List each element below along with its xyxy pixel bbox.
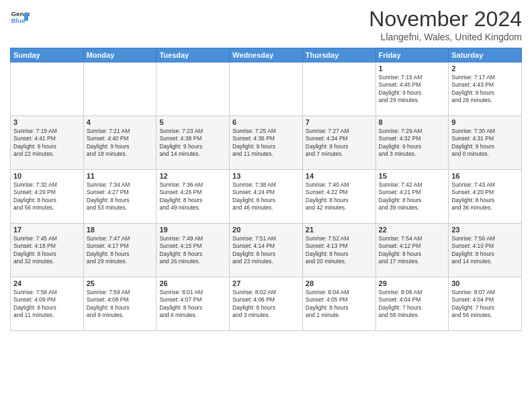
calendar-cell: 3Sunrise: 7:19 AMSunset: 4:41 PMDaylight… xyxy=(11,116,84,170)
day-info: Sunrise: 7:58 AMSunset: 4:09 PMDaylight:… xyxy=(13,289,81,320)
day-number: 15 xyxy=(379,172,446,180)
day-number: 3 xyxy=(13,118,81,126)
day-number: 7 xyxy=(306,118,373,126)
page-header: General Blue November 2024 Llangefni, Wa… xyxy=(10,7,522,42)
header-sunday: Sunday xyxy=(11,48,84,62)
day-info: Sunrise: 7:38 AMSunset: 4:24 PMDaylight:… xyxy=(232,181,300,212)
day-number: 5 xyxy=(159,118,226,126)
calendar-cell xyxy=(11,62,84,116)
calendar-cell: 23Sunrise: 7:56 AMSunset: 4:10 PMDayligh… xyxy=(449,224,522,277)
day-info: Sunrise: 7:45 AMSunset: 4:18 PMDaylight:… xyxy=(13,235,81,266)
header-wednesday: Wednesday xyxy=(230,48,303,62)
day-number: 6 xyxy=(232,118,300,126)
calendar-cell: 28Sunrise: 8:04 AMSunset: 4:05 PMDayligh… xyxy=(302,277,375,331)
day-number: 23 xyxy=(451,226,519,234)
day-number: 22 xyxy=(379,226,446,234)
svg-text:Blue: Blue xyxy=(11,17,26,24)
month-title: November 2024 xyxy=(369,7,522,32)
calendar-cell xyxy=(230,62,303,116)
day-number: 2 xyxy=(451,64,519,73)
day-info: Sunrise: 7:36 AMSunset: 4:26 PMDaylight:… xyxy=(159,181,226,212)
day-info: Sunrise: 8:06 AMSunset: 4:04 PMDaylight:… xyxy=(379,289,446,320)
day-number: 12 xyxy=(159,172,226,180)
calendar-week-5: 24Sunrise: 7:58 AMSunset: 4:09 PMDayligh… xyxy=(11,277,522,331)
calendar-cell: 26Sunrise: 8:01 AMSunset: 4:07 PMDayligh… xyxy=(157,277,230,331)
day-number: 8 xyxy=(379,118,446,126)
calendar-cell: 7Sunrise: 7:27 AMSunset: 4:34 PMDaylight… xyxy=(302,116,375,170)
calendar-header-row: Sunday Monday Tuesday Wednesday Thursday… xyxy=(11,48,522,62)
calendar-cell: 30Sunrise: 8:07 AMSunset: 4:04 PMDayligh… xyxy=(449,277,522,331)
calendar-cell: 20Sunrise: 7:51 AMSunset: 4:14 PMDayligh… xyxy=(230,224,303,277)
header-friday: Friday xyxy=(375,48,449,62)
title-section: November 2024 Llangefni, Wales, United K… xyxy=(369,7,522,42)
day-info: Sunrise: 7:29 AMSunset: 4:32 PMDaylight:… xyxy=(379,128,446,158)
day-number: 18 xyxy=(87,226,154,234)
day-info: Sunrise: 7:51 AMSunset: 4:14 PMDaylight:… xyxy=(232,235,300,266)
calendar-week-2: 3Sunrise: 7:19 AMSunset: 4:41 PMDaylight… xyxy=(11,116,522,170)
calendar-cell: 5Sunrise: 7:23 AMSunset: 4:38 PMDaylight… xyxy=(157,116,230,170)
calendar-cell: 18Sunrise: 7:47 AMSunset: 4:17 PMDayligh… xyxy=(83,224,157,277)
calendar-cell: 12Sunrise: 7:36 AMSunset: 4:26 PMDayligh… xyxy=(157,170,230,224)
day-info: Sunrise: 7:34 AMSunset: 4:27 PMDaylight:… xyxy=(87,181,154,212)
day-info: Sunrise: 7:47 AMSunset: 4:17 PMDaylight:… xyxy=(87,235,154,266)
day-number: 21 xyxy=(306,226,373,234)
header-tuesday: Tuesday xyxy=(157,48,230,62)
subtitle: Llangefni, Wales, United Kingdom xyxy=(369,32,522,42)
day-number: 27 xyxy=(232,279,300,287)
day-info: Sunrise: 7:17 AMSunset: 4:43 PMDaylight:… xyxy=(451,74,519,105)
calendar-cell: 14Sunrise: 7:40 AMSunset: 4:22 PMDayligh… xyxy=(302,170,375,224)
day-number: 1 xyxy=(379,64,446,73)
day-number: 28 xyxy=(306,279,373,287)
day-info: Sunrise: 7:27 AMSunset: 4:34 PMDaylight:… xyxy=(306,128,373,158)
calendar-cell: 10Sunrise: 7:32 AMSunset: 4:29 PMDayligh… xyxy=(11,170,84,224)
calendar-cell: 13Sunrise: 7:38 AMSunset: 4:24 PMDayligh… xyxy=(230,170,303,224)
page-container: General Blue November 2024 Llangefni, Wa… xyxy=(0,0,532,411)
calendar-cell: 16Sunrise: 7:43 AMSunset: 4:20 PMDayligh… xyxy=(449,170,522,224)
day-info: Sunrise: 7:40 AMSunset: 4:22 PMDaylight:… xyxy=(306,181,373,212)
day-info: Sunrise: 7:30 AMSunset: 4:31 PMDaylight:… xyxy=(451,128,519,158)
calendar-cell: 4Sunrise: 7:21 AMSunset: 4:40 PMDaylight… xyxy=(83,116,157,170)
day-number: 29 xyxy=(379,279,446,287)
calendar-week-4: 17Sunrise: 7:45 AMSunset: 4:18 PMDayligh… xyxy=(11,224,522,277)
header-monday: Monday xyxy=(83,48,157,62)
day-info: Sunrise: 7:15 AMSunset: 4:45 PMDaylight:… xyxy=(379,74,446,105)
day-number: 10 xyxy=(13,172,81,180)
day-info: Sunrise: 7:59 AMSunset: 4:08 PMDaylight:… xyxy=(87,289,154,320)
calendar-table: Sunday Monday Tuesday Wednesday Thursday… xyxy=(10,48,522,331)
calendar-cell: 29Sunrise: 8:06 AMSunset: 4:04 PMDayligh… xyxy=(375,277,449,331)
day-info: Sunrise: 7:52 AMSunset: 4:13 PMDaylight:… xyxy=(306,235,373,266)
day-info: Sunrise: 8:07 AMSunset: 4:04 PMDaylight:… xyxy=(451,289,519,320)
day-number: 26 xyxy=(159,279,226,287)
day-number: 13 xyxy=(232,172,300,180)
logo-icon: General Blue xyxy=(10,7,30,27)
header-thursday: Thursday xyxy=(302,48,375,62)
calendar-cell: 15Sunrise: 7:42 AMSunset: 4:21 PMDayligh… xyxy=(375,170,449,224)
day-number: 24 xyxy=(13,279,81,287)
day-info: Sunrise: 7:32 AMSunset: 4:29 PMDaylight:… xyxy=(13,181,81,212)
calendar-cell xyxy=(83,62,157,116)
calendar-cell: 9Sunrise: 7:30 AMSunset: 4:31 PMDaylight… xyxy=(449,116,522,170)
calendar-cell: 8Sunrise: 7:29 AMSunset: 4:32 PMDaylight… xyxy=(375,116,449,170)
calendar-cell xyxy=(302,62,375,116)
calendar-cell: 21Sunrise: 7:52 AMSunset: 4:13 PMDayligh… xyxy=(302,224,375,277)
calendar-cell: 17Sunrise: 7:45 AMSunset: 4:18 PMDayligh… xyxy=(11,224,84,277)
day-info: Sunrise: 8:02 AMSunset: 4:06 PMDaylight:… xyxy=(232,289,300,320)
day-number: 19 xyxy=(159,226,226,234)
day-info: Sunrise: 7:54 AMSunset: 4:12 PMDaylight:… xyxy=(379,235,446,266)
header-saturday: Saturday xyxy=(449,48,522,62)
day-number: 20 xyxy=(232,226,300,234)
calendar-cell: 27Sunrise: 8:02 AMSunset: 4:06 PMDayligh… xyxy=(230,277,303,331)
day-number: 11 xyxy=(87,172,154,180)
day-info: Sunrise: 7:23 AMSunset: 4:38 PMDaylight:… xyxy=(159,128,226,158)
calendar-cell: 25Sunrise: 7:59 AMSunset: 4:08 PMDayligh… xyxy=(83,277,157,331)
calendar-cell: 24Sunrise: 7:58 AMSunset: 4:09 PMDayligh… xyxy=(11,277,84,331)
calendar-cell: 6Sunrise: 7:25 AMSunset: 4:36 PMDaylight… xyxy=(230,116,303,170)
day-number: 17 xyxy=(13,226,81,234)
day-info: Sunrise: 7:56 AMSunset: 4:10 PMDaylight:… xyxy=(451,235,519,266)
calendar-week-3: 10Sunrise: 7:32 AMSunset: 4:29 PMDayligh… xyxy=(11,170,522,224)
day-info: Sunrise: 8:04 AMSunset: 4:05 PMDaylight:… xyxy=(306,289,373,320)
day-number: 16 xyxy=(451,172,519,180)
day-number: 14 xyxy=(306,172,373,180)
calendar-cell: 19Sunrise: 7:49 AMSunset: 4:15 PMDayligh… xyxy=(157,224,230,277)
day-number: 9 xyxy=(451,118,519,126)
